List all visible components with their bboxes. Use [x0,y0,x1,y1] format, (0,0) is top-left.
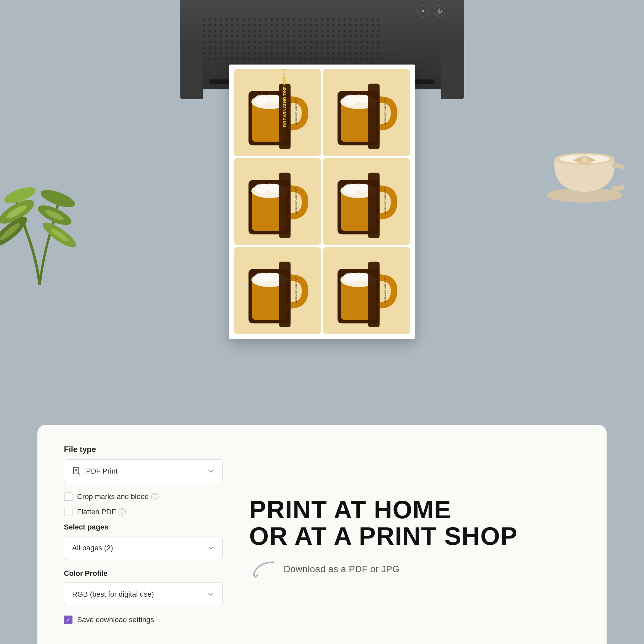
svg-point-56 [254,273,269,283]
checkmark-icon: ✓ [66,617,70,623]
crop-marks-label: Crop marks and bleed ⓘ [77,492,159,501]
sticker-3: HAPPY FATHER'S DAY! ♥ TAYLOR [234,158,321,245]
save-settings-row: ✓ Save download settings [64,616,223,624]
svg-text:♥ TAYLOR: ♥ TAYLOR [390,277,393,290]
svg-rect-67 [368,262,380,327]
promo-title-line2: OR AT A PRINT SHOP [249,523,580,549]
svg-text:♥ TAYLOR: ♥ TAYLOR [301,188,304,201]
svg-point-48 [357,184,369,192]
promo-desc: Download as a PDF or JPG [284,564,400,575]
pdf-icon [72,467,81,476]
color-profile-value: RGB (best for digital use) [72,590,154,599]
svg-point-39 [268,184,280,192]
svg-point-19 [268,95,280,103]
sticker-2: HAPPY FATHER'S DAY! ♥ TAYLOR [323,69,410,156]
svg-point-38 [254,184,269,194]
file-type-dropdown-wrapper: PDF Print [64,459,223,483]
form-section: File type PDF Print [64,445,223,624]
select-pages-dropdown-wrapper: All pages (2) [64,536,223,560]
crop-marks-row: Crop marks and bleed ⓘ [64,492,223,501]
svg-text:HAPPY FATHER'S DAY!: HAPPY FATHER'S DAY! [384,275,387,303]
file-type-label: File type [64,445,223,454]
svg-point-65 [343,273,358,283]
file-type-dropdown[interactable]: PDF Print [64,459,223,483]
select-pages-label: Select pages [64,523,223,531]
flatten-pdf-info-icon[interactable]: ⓘ [118,508,126,516]
bottom-panel: File type PDF Print [37,425,607,644]
svg-point-18 [254,95,269,105]
flatten-pdf-checkbox[interactable] [64,508,72,516]
curved-arrow-icon [249,559,276,579]
sticker-1: THANKS FOR BREWING UP THE BEST TIMES! HA… [234,69,321,156]
promo-section: PRINT AT HOME OR AT A PRINT SHOP Downloa… [249,445,580,624]
svg-rect-40 [279,173,291,238]
sticker-5: HAPPY FATHER'S DAY! ♥ TAYLOR [234,247,321,334]
svg-text:♥ TAYLOR: ♥ TAYLOR [390,188,393,201]
svg-text:HAPPY FATHER'S DAY!: HAPPY FATHER'S DAY! [295,97,298,125]
sticker-grid: THANKS FOR BREWING UP THE BEST TIMES! HA… [234,69,410,334]
select-pages-value: All pages (2) [72,544,113,552]
svg-text:♥ TAYLOR: ♥ TAYLOR [390,99,393,112]
promo-title-line1: PRINT AT HOME [249,496,580,523]
svg-text:♥ TAYLOR: ♥ TAYLOR [301,99,304,112]
flatten-pdf-row: Flatten PDF ⓘ [64,508,223,516]
coffee-cup [545,126,624,205]
flatten-pdf-label: Flatten PDF ⓘ [77,508,126,516]
crop-marks-checkbox[interactable] [64,492,72,501]
svg-text:HAPPY FATHER'S DAY!: HAPPY FATHER'S DAY! [295,186,298,214]
file-type-value: PDF Print [86,467,117,476]
color-profile-dropdown[interactable]: RGB (best for digital use) [64,582,223,606]
promo-title: PRINT AT HOME OR AT A PRINT SHOP [249,496,580,549]
chevron-down-pages-icon [207,544,214,552]
plant-decoration [0,159,86,291]
printed-paper: THANKS FOR BREWING UP THE BEST TIMES! HA… [229,65,415,339]
color-profile-label: Color Profile [64,569,223,578]
svg-point-66 [357,273,369,281]
save-settings-checkbox[interactable]: ✓ [64,616,72,624]
svg-point-29 [343,95,358,105]
chevron-down-icon [207,468,214,475]
select-pages-dropdown[interactable]: All pages (2) [64,536,223,560]
svg-text:HAPPY FATHER'S DAY!: HAPPY FATHER'S DAY! [295,275,298,303]
promo-subtitle: Download as a PDF or JPG [249,559,580,579]
svg-point-30 [357,95,369,103]
svg-point-57 [268,273,280,281]
svg-text:♥ TAYLOR: ♥ TAYLOR [301,277,304,290]
crop-marks-info-icon[interactable]: ⓘ [151,493,159,500]
svg-text:HAPPY FATHER'S DAY!: HAPPY FATHER'S DAY! [384,186,387,214]
svg-point-47 [343,184,358,194]
save-settings-label: Save download settings [77,616,154,624]
color-profile-dropdown-wrapper: RGB (best for digital use) [64,582,223,606]
sticker-4: HAPPY FATHER'S DAY! ♥ TAYLOR [323,158,410,245]
svg-text:BREWING UP THE BEST TIMES!: BREWING UP THE BEST TIMES! [282,69,287,127]
svg-rect-58 [279,262,291,327]
svg-text:HAPPY FATHER'S DAY!: HAPPY FATHER'S DAY! [384,97,387,125]
close-button[interactable]: ✕ [417,5,429,17]
chevron-down-color-icon [207,591,214,598]
power-button[interactable]: ⏻ [434,5,445,17]
printer-area: // dots will be rendered in template bel… [173,0,471,238]
sticker-6: HAPPY FATHER'S DAY! ♥ TAYLOR [323,247,410,334]
svg-rect-49 [368,173,380,238]
svg-rect-31 [368,84,380,149]
